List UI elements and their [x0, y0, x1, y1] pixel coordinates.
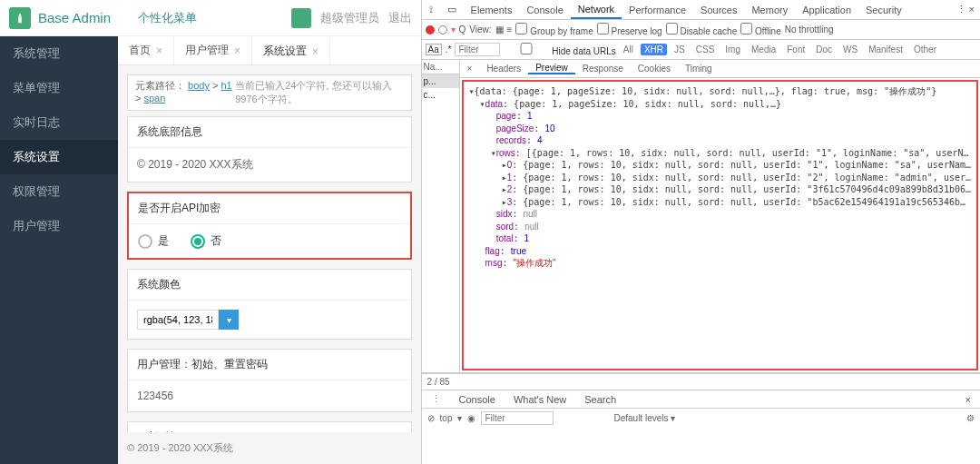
tab-user-manage[interactable]: 用户管理 × — [174, 36, 252, 64]
drawer-tab-search[interactable]: Search — [575, 394, 625, 405]
view-small-icon[interactable]: ≡ — [507, 25, 513, 35]
logout-link[interactable]: 退出 — [388, 10, 412, 26]
app-logo — [9, 7, 31, 29]
chip-font[interactable]: Font — [783, 44, 808, 55]
panel-title: 是否开启API加密 — [129, 193, 410, 224]
dt-tab-security[interactable]: Security — [858, 0, 909, 19]
sidebar-item-system-manage[interactable]: 系统管理 — [0, 36, 118, 71]
avatar[interactable] — [291, 8, 311, 28]
chip-css[interactable]: CSS — [692, 44, 719, 55]
panel-footer-info: 系统底部信息 © 2019 - 2020 XXX系统 — [127, 116, 412, 183]
request-list: Na... p... c... — [422, 60, 460, 372]
response-sub-tabs: × Headers Preview Response Cookies Timin… — [460, 60, 980, 78]
regex-icon[interactable]: .* — [446, 44, 452, 54]
drawer-close-icon[interactable]: × — [956, 394, 980, 405]
preserve-log-checkbox[interactable]: Preserve log — [597, 23, 662, 36]
inspect-icon[interactable]: ⟟ — [422, 0, 440, 19]
drawer-tabs: ⋮ Console What's New Search × — [422, 390, 980, 408]
chip-all[interactable]: All — [620, 44, 637, 55]
chip-other[interactable]: Other — [910, 44, 940, 55]
sub-tab-headers[interactable]: Headers — [479, 64, 528, 74]
match-case-icon[interactable]: Aa — [426, 44, 442, 55]
sub-tab-preview[interactable]: Preview — [528, 63, 575, 74]
dt-tab-performance[interactable]: Performance — [622, 0, 693, 19]
drawer-tab-console[interactable]: Console — [450, 394, 505, 405]
close-icon[interactable]: × — [234, 44, 240, 57]
group-by-frame-checkbox[interactable]: Group by frame — [515, 23, 593, 36]
breadcrumb-prefix: 元素路径： — [135, 80, 185, 91]
panel-value: © 2019 - 2020 XXX系统 — [137, 157, 402, 173]
chip-xhr[interactable]: XHR — [641, 44, 667, 55]
log-levels-select[interactable]: Default levels ▾ — [613, 413, 675, 423]
color-input[interactable] — [137, 310, 219, 330]
dt-tab-network[interactable]: Network — [571, 0, 622, 19]
dt-tab-console[interactable]: Console — [519, 0, 570, 19]
chip-img[interactable]: Img — [721, 44, 744, 55]
sidebar-item-menu-manage[interactable]: 菜单管理 — [0, 71, 118, 105]
char-count-hint: 当前已输入24个字符, 您还可以输入9976个字符。 — [235, 79, 403, 106]
record-icon[interactable] — [426, 25, 435, 35]
settings-icon[interactable]: ⚙ — [966, 413, 975, 423]
radio-option-yes[interactable]: 是 — [138, 233, 169, 249]
admin-label[interactable]: 超级管理员 — [320, 10, 379, 26]
chip-media[interactable]: Media — [748, 44, 779, 55]
throttling-select[interactable]: No throttling — [785, 25, 834, 35]
offline-checkbox[interactable]: Offline — [740, 23, 781, 36]
breadcrumb-link[interactable]: h1 — [220, 80, 231, 91]
network-filter-input[interactable] — [455, 43, 500, 56]
chip-ws[interactable]: WS — [839, 44, 861, 55]
request-row[interactable]: p... — [422, 74, 459, 88]
dt-tab-sources[interactable]: Sources — [693, 0, 744, 19]
radio-label: 否 — [211, 233, 221, 249]
sub-tab-cookies[interactable]: Cookies — [631, 64, 678, 74]
console-filter-input[interactable] — [481, 411, 554, 425]
close-details-icon[interactable]: × — [460, 64, 480, 74]
hide-data-urls-checkbox[interactable]: Hide data URLs — [504, 43, 615, 56]
radio-label: 是 — [158, 233, 169, 249]
tab-label: 首页 — [129, 43, 151, 58]
panel-api-encrypt: 是否开启API加密 是 否 — [127, 192, 412, 260]
dt-tab-elements[interactable]: Elements — [464, 0, 520, 19]
sidebar-item-system-settings[interactable]: 系统设置 — [0, 140, 118, 174]
chip-js[interactable]: JS — [671, 44, 689, 55]
dt-tab-application[interactable]: Application — [795, 0, 858, 19]
sidebar-item-user-manage[interactable]: 用户管理 — [0, 209, 118, 243]
dt-tab-memory[interactable]: Memory — [744, 0, 795, 19]
sidebar-item-permission-manage[interactable]: 权限管理 — [0, 174, 118, 209]
view-label: View: — [469, 25, 491, 35]
close-icon[interactable]: × — [156, 44, 162, 57]
search-icon[interactable]: Q — [459, 25, 466, 35]
devtools-more-icon[interactable]: ⋮ × — [951, 4, 980, 15]
color-picker-button[interactable]: ▾ — [219, 310, 239, 330]
eye-icon[interactable]: ◉ — [467, 413, 475, 423]
drawer-toggle-icon[interactable]: ⋮ — [422, 393, 450, 405]
personal-menu-link[interactable]: 个性化菜单 — [138, 10, 197, 26]
panel-value: 123456 — [137, 390, 402, 402]
sidebar: 系统管理 菜单管理 实时日志 系统设置 权限管理 用户管理 — [0, 36, 118, 464]
chip-doc[interactable]: Doc — [812, 44, 836, 55]
clear-console-icon[interactable]: ⊘ — [427, 413, 435, 423]
sub-tab-timing[interactable]: Timing — [678, 64, 720, 74]
network-toolbar: ▾ Q View: ▦ ≡ Group by frame Preserve lo… — [422, 20, 980, 40]
sub-tab-response[interactable]: Response — [575, 64, 631, 74]
device-icon[interactable]: ▭ — [440, 0, 464, 19]
json-preview[interactable]: ▾{data: {page: 1, pageSize: 10, sidx: nu… — [462, 80, 978, 370]
view-large-icon[interactable]: ▦ — [495, 25, 504, 35]
breadcrumb-link[interactable]: span — [143, 93, 165, 104]
close-icon[interactable]: × — [312, 45, 318, 58]
context-selector[interactable]: top — [440, 413, 453, 423]
sidebar-item-realtime-log[interactable]: 实时日志 — [0, 105, 118, 140]
filter-toggle-icon[interactable]: ▾ — [451, 25, 456, 35]
tab-system-settings[interactable]: 系统设置 × — [252, 36, 330, 64]
drawer-tab-whatsnew[interactable]: What's New — [505, 394, 575, 405]
disable-cache-checkbox[interactable]: Disable cache — [666, 23, 738, 36]
tab-bar: 首页 × 用户管理 × 系统设置 × — [118, 36, 421, 65]
request-row[interactable]: c... — [422, 88, 459, 102]
breadcrumb-link[interactable]: body — [188, 80, 210, 91]
tab-home[interactable]: 首页 × — [118, 36, 174, 64]
radio-icon — [138, 234, 152, 249]
radio-option-no[interactable]: 否 — [191, 233, 221, 249]
column-header[interactable]: Na... — [422, 60, 459, 74]
chip-manifest[interactable]: Manifest — [865, 44, 906, 55]
clear-icon[interactable] — [438, 25, 447, 35]
